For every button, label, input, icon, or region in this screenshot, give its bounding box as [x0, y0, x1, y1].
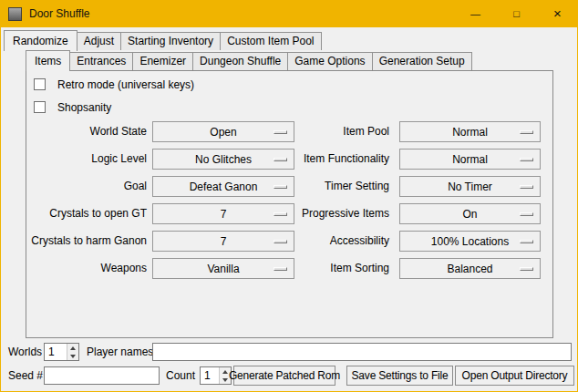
app-icon — [8, 7, 22, 21]
shopsanity-checkbox-row[interactable]: Shopsanity — [34, 99, 111, 115]
generate-patched-rom-button[interactable]: Generate Patched Rom — [233, 366, 335, 386]
item-sorting-label: Item Sorting — [294, 258, 395, 279]
retro-mode-checkbox[interactable] — [34, 78, 46, 90]
retro-mode-checkbox-row[interactable]: Retro mode (universal keys) — [34, 77, 194, 92]
crystals-harm-ganon-label: Crystals to harm Ganon — [26, 231, 152, 252]
close-button[interactable]: × — [537, 0, 578, 26]
timer-setting-dropdown[interactable]: No Timer — [399, 176, 541, 197]
accessibility-label: Accessibility — [294, 231, 395, 252]
weapons-dropdown[interactable]: Vanilla — [152, 258, 294, 279]
logic-level-label: Logic Level — [26, 149, 152, 170]
dropdown-indicator-icon — [520, 158, 533, 161]
dropdown-indicator-icon — [274, 212, 287, 216]
goal-dropdown[interactable]: Defeat Ganon — [152, 176, 294, 197]
inner-tab-bar: Items Entrances Enemizer Dungeon Shuffle… — [26, 50, 472, 70]
tab-entrances[interactable]: Entrances — [69, 52, 133, 70]
worlds-spinner[interactable] — [44, 343, 79, 361]
worlds-spin-down-icon[interactable] — [67, 352, 78, 360]
minimize-button[interactable]: — — [455, 0, 496, 26]
items-tab-pane: Retro mode (universal keys) Shopsanity W… — [26, 70, 553, 338]
worlds-input[interactable] — [45, 344, 67, 360]
seed-label: Seed # — [8, 366, 43, 386]
count-input[interactable] — [201, 367, 219, 384]
maximize-button[interactable]: □ — [496, 0, 537, 26]
item-pool-dropdown[interactable]: Normal — [399, 121, 541, 142]
dropdown-indicator-icon — [520, 240, 533, 243]
dropdown-indicator-icon — [520, 212, 533, 216]
shopsanity-checkbox[interactable] — [34, 101, 46, 113]
minimize-icon: — — [470, 8, 480, 19]
seed-input[interactable] — [44, 366, 160, 385]
world-state-label: World State — [26, 121, 152, 142]
tab-game-options[interactable]: Game Options — [287, 52, 372, 70]
crystals-open-gt-dropdown[interactable]: 7 — [152, 203, 294, 224]
outer-tab-bar: Randomize Adjust Starting Inventory Cust… — [4, 30, 322, 50]
world-state-dropdown[interactable]: Open — [152, 121, 294, 142]
crystals-harm-ganon-dropdown[interactable]: 7 — [152, 231, 294, 252]
accessibility-dropdown[interactable]: 100% Locations — [399, 231, 541, 252]
tab-enemizer[interactable]: Enemizer — [132, 52, 193, 70]
item-sorting-dropdown[interactable]: Balanced — [399, 258, 541, 279]
goal-label: Goal — [26, 176, 152, 197]
timer-setting-label: Timer Setting — [294, 176, 395, 197]
crystals-open-gt-label: Crystals to open GT — [26, 203, 152, 224]
progressive-items-dropdown[interactable]: On — [399, 203, 541, 224]
dropdown-indicator-icon — [274, 158, 287, 161]
tab-custom-item-pool[interactable]: Custom Item Pool — [220, 32, 321, 50]
player-names-input[interactable] — [152, 343, 572, 361]
worlds-label: Worlds — [8, 342, 42, 362]
tab-adjust[interactable]: Adjust — [77, 32, 121, 50]
save-settings-button[interactable]: Save Settings to File — [346, 366, 453, 386]
dropdown-indicator-icon — [520, 130, 533, 134]
open-output-directory-button[interactable]: Open Output Directory — [455, 366, 574, 386]
dropdown-indicator-icon — [520, 185, 533, 189]
dropdown-indicator-icon — [274, 130, 287, 134]
dropdown-indicator-icon — [520, 267, 533, 271]
dropdown-indicator-icon — [274, 185, 287, 189]
dropdown-indicator-icon — [274, 240, 287, 243]
maximize-icon: □ — [513, 8, 520, 19]
tab-items[interactable]: Items — [26, 50, 70, 71]
count-label: Count — [166, 366, 195, 386]
item-pool-label: Item Pool — [294, 121, 395, 142]
logic-level-dropdown[interactable]: No Glitches — [152, 149, 294, 170]
item-functionality-label: Item Functionality — [294, 149, 395, 170]
weapons-label: Weapons — [26, 258, 152, 279]
player-names-label: Player names — [87, 342, 153, 362]
worlds-spin-up-icon[interactable] — [67, 344, 78, 352]
progressive-items-label: Progressive Items — [294, 203, 395, 224]
dropdown-indicator-icon — [274, 267, 287, 271]
retro-mode-label: Retro mode (universal keys) — [57, 78, 194, 91]
app-window: Door Shuffle — □ × Randomize Adjust Star… — [0, 0, 578, 392]
item-functionality-dropdown[interactable]: Normal — [399, 149, 541, 170]
window-title: Door Shuffle — [29, 7, 90, 20]
tab-dungeon-shuffle[interactable]: Dungeon Shuffle — [192, 52, 288, 70]
tab-starting-inventory[interactable]: Starting Inventory — [120, 32, 221, 50]
client-area: Randomize Adjust Starting Inventory Cust… — [1, 27, 577, 391]
close-icon: × — [553, 5, 562, 21]
shopsanity-label: Shopsanity — [57, 101, 111, 114]
count-spinner[interactable] — [200, 366, 232, 385]
tab-generation-setup[interactable]: Generation Setup — [372, 52, 472, 70]
titlebar[interactable]: Door Shuffle — □ × — [0, 0, 578, 27]
tab-randomize[interactable]: Randomize — [4, 30, 77, 51]
